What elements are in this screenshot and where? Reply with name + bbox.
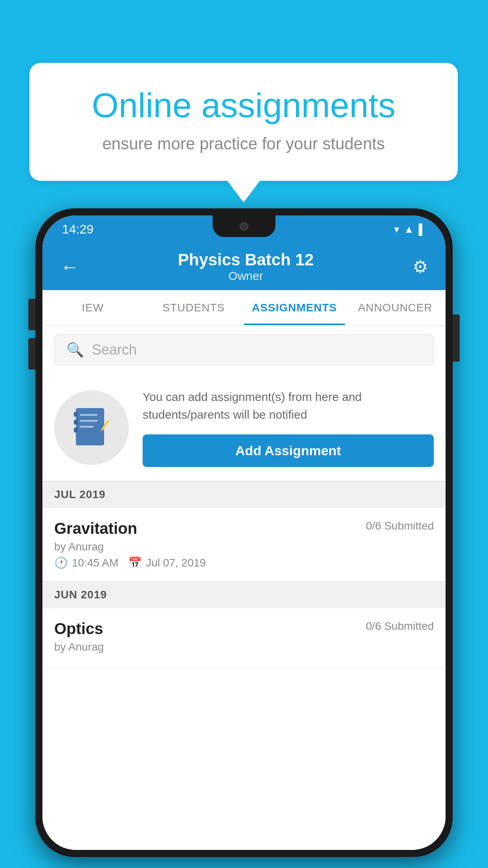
clock-icon: 🕐 (54, 556, 68, 569)
speech-bubble-title: Online assignments (61, 86, 426, 125)
section-header-jun: JUN 2019 (42, 581, 446, 608)
volume-down-button (28, 338, 35, 370)
camera (240, 222, 248, 231)
datetime-time: 🕐 10:45 AM (54, 556, 118, 569)
volume-up-button (28, 299, 35, 330)
content-area: 🔍 Search (42, 326, 446, 850)
status-icons: ▾ ▲ ▌ (394, 223, 426, 235)
back-button[interactable]: ← (60, 256, 79, 278)
assignment-row1: Gravitation 0/6 Submitted (54, 520, 434, 537)
assignment-meta-optics: by Anurag (54, 641, 434, 653)
svg-rect-5 (80, 420, 97, 422)
tab-iew[interactable]: IEW (42, 290, 143, 325)
search-bar[interactable]: 🔍 Search (54, 334, 434, 366)
notch (213, 215, 275, 237)
search-placeholder: Search (92, 342, 137, 358)
assignment-item-optics[interactable]: Optics 0/6 Submitted by Anurag (42, 608, 446, 669)
assignment-submitted-gravitation: 0/6 Submitted (366, 520, 434, 532)
settings-button[interactable]: ⚙ (413, 257, 428, 277)
tabs-bar: IEW STUDENTS ASSIGNMENTS ANNOUNCER (42, 290, 446, 326)
status-time: 14:29 (62, 222, 94, 237)
header-title-group: Physics Batch 12 Owner (178, 250, 314, 283)
assignment-datetime-gravitation: 🕐 10:45 AM 📅 Jul 07, 2019 (54, 556, 434, 569)
svg-rect-1 (74, 412, 78, 417)
add-assignment-button[interactable]: Add Assignment (143, 434, 434, 467)
svg-rect-4 (80, 414, 97, 416)
speech-bubble: Online assignments ensure more practice … (29, 63, 458, 181)
svg-rect-3 (74, 428, 78, 432)
speech-bubble-container: Online assignments ensure more practice … (29, 63, 458, 181)
assignment-item-gravitation[interactable]: Gravitation 0/6 Submitted by Anurag 🕐 10… (42, 508, 446, 581)
search-container: 🔍 Search (42, 326, 446, 374)
tab-assignments[interactable]: ASSIGNMENTS (244, 290, 345, 325)
tab-students[interactable]: STUDENTS (143, 290, 244, 325)
signal-icon: ▲ (404, 223, 414, 235)
assignment-time: 10:45 AM (72, 557, 118, 569)
promo-description: You can add assignment(s) from here and … (143, 388, 434, 423)
assignment-name-optics: Optics (54, 620, 103, 638)
promo-card: You can add assignment(s) from here and … (42, 374, 446, 481)
section-header-jul: JUL 2019 (42, 481, 446, 508)
header-subtitle: Owner (178, 269, 314, 283)
assignment-meta-gravitation: by Anurag (54, 541, 434, 553)
notebook-icon (74, 406, 109, 449)
power-button (453, 314, 460, 362)
phone-screen: 14:29 ▾ ▲ ▌ ← Physics Batch 12 Owner ⚙ (42, 215, 446, 850)
tab-announcements[interactable]: ANNOUNCER (345, 290, 446, 325)
status-bar: 14:29 ▾ ▲ ▌ (42, 215, 446, 243)
assignment-name-gravitation: Gravitation (54, 520, 137, 537)
header-title: Physics Batch 12 (178, 250, 314, 269)
datetime-date: 📅 Jul 07, 2019 (128, 556, 206, 569)
promo-text-area: You can add assignment(s) from here and … (143, 388, 434, 467)
assignment-row1-optics: Optics 0/6 Submitted (54, 620, 434, 638)
calendar-icon: 📅 (128, 556, 142, 569)
speech-bubble-subtitle: ensure more practice for your students (61, 134, 426, 153)
app-header: ← Physics Batch 12 Owner ⚙ (42, 243, 446, 290)
assignment-submitted-optics: 0/6 Submitted (366, 620, 434, 633)
phone-mockup: 14:29 ▾ ▲ ▌ ← Physics Batch 12 Owner ⚙ (35, 208, 453, 857)
promo-icon-circle (54, 390, 129, 465)
assignment-date: Jul 07, 2019 (146, 557, 206, 569)
wifi-icon: ▾ (394, 223, 399, 235)
search-icon: 🔍 (66, 342, 84, 358)
battery-icon: ▌ (419, 223, 426, 235)
svg-rect-2 (74, 420, 78, 425)
phone-outer: 14:29 ▾ ▲ ▌ ← Physics Batch 12 Owner ⚙ (35, 208, 453, 857)
svg-rect-6 (80, 426, 94, 428)
